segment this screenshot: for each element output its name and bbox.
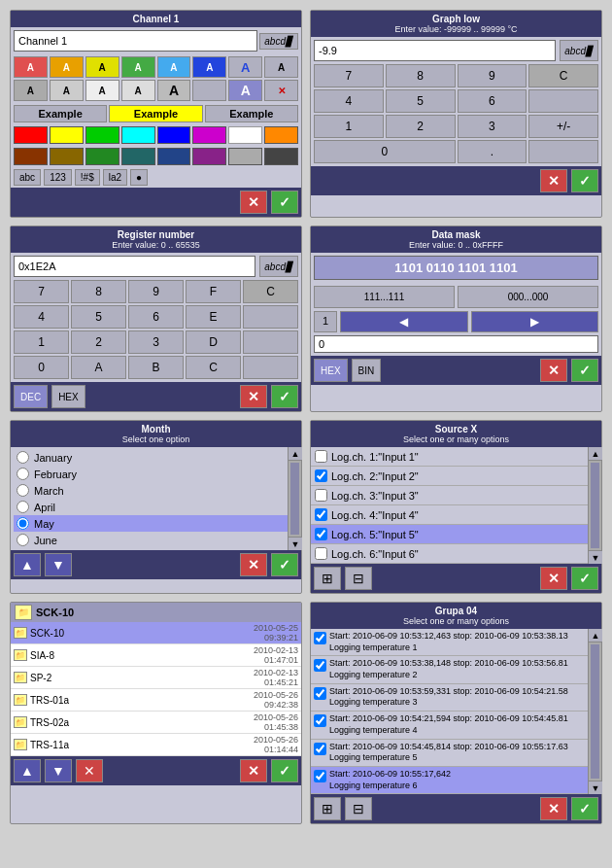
type-dot[interactable]: ● [130, 169, 148, 186]
month-item-january[interactable]: January [14, 449, 298, 466]
graph-low-value-input[interactable] [314, 40, 556, 61]
source-copy-all-btn[interactable]: ⊞ [314, 567, 341, 590]
grupa04-item-1[interactable]: Start: 2010-06-09 10:53:12,463 stop: 201… [311, 629, 588, 656]
color-darkgray[interactable] [264, 148, 298, 165]
grupa04-item-3[interactable]: Start: 2010-06-09 10:53:59,331 stop: 201… [311, 684, 588, 712]
color-cyan[interactable] [121, 126, 155, 144]
reg-8[interactable]: 8 [71, 280, 126, 303]
font-btn-A12[interactable]: A [121, 80, 155, 101]
grupa04-item-5[interactable]: Start: 2010-06-09 10:54:45,814 stop: 201… [311, 740, 588, 767]
reg-C2[interactable]: C [186, 356, 241, 379]
register-value-input[interactable] [14, 256, 255, 277]
reg-A[interactable]: A [71, 356, 126, 379]
font-btn-A5[interactable]: A [157, 56, 191, 78]
file-row-trs02a[interactable]: 📁 TRS-02a 2010-05-2601:45:38 [11, 712, 301, 734]
num-2[interactable]: 2 [386, 115, 456, 138]
file-row-sck10[interactable]: 📁 SCK-10 2010-05-2509:39:21 [11, 622, 301, 644]
register-cancel-btn[interactable]: ✕ [240, 385, 267, 408]
graph-low-cancel-btn[interactable]: ✕ [540, 169, 567, 192]
num-plusminus[interactable]: +/- [528, 115, 598, 138]
grupa04-item-4[interactable]: Start: 2010-06-09 10:54:21,594 stop: 201… [311, 712, 588, 739]
mask-bottom-val[interactable] [314, 335, 598, 353]
reg-E[interactable]: E [186, 305, 241, 329]
source-item-5[interactable]: Log.ch. 5:"Input 5" [311, 525, 588, 544]
color-white[interactable] [228, 126, 262, 144]
source-ok-btn[interactable]: ✓ [571, 567, 598, 590]
source-cancel-btn[interactable]: ✕ [540, 567, 567, 590]
num-3[interactable]: 3 [458, 115, 527, 138]
toggle-bin[interactable]: BIN [352, 359, 382, 382]
font-btn-A4[interactable]: A [121, 56, 155, 78]
color-magenta[interactable] [192, 126, 226, 144]
grupa04-copy-all-btn[interactable]: ⊞ [314, 797, 341, 820]
color-blue[interactable] [157, 126, 191, 144]
file-row-trs01a[interactable]: 📁 TRS-01a 2010-05-2609:42:38 [11, 689, 301, 712]
color-dkgreen[interactable] [85, 148, 119, 165]
reg-F[interactable]: F [186, 280, 241, 303]
grupa04-item-2[interactable]: Start: 2010-06-09 10:53:38,148 stop: 201… [311, 656, 588, 683]
mask-arrow-left[interactable]: ◀ [340, 311, 467, 332]
num-8[interactable]: 8 [386, 64, 456, 87]
num-C[interactable]: C [528, 64, 598, 87]
num-7[interactable]: 7 [314, 64, 384, 87]
num-1[interactable]: 1 [314, 115, 384, 138]
font-btn-A10[interactable]: A [50, 80, 84, 101]
source-scroll-up[interactable]: ▲ [589, 447, 602, 461]
source-item-1[interactable]: Log.ch. 1:"Input 1" [311, 447, 588, 467]
month-item-march[interactable]: March [14, 482, 298, 499]
reg-7[interactable]: 7 [14, 280, 69, 303]
reg-9[interactable]: 9 [128, 280, 184, 303]
font-btn-cross[interactable]: ✕ [264, 80, 298, 101]
color-olive[interactable] [50, 148, 84, 165]
color-teal[interactable] [121, 148, 155, 165]
month-item-june[interactable]: June [14, 532, 298, 548]
mask-arrow-right[interactable]: ▶ [471, 311, 598, 332]
num-6[interactable]: 6 [458, 89, 527, 113]
channel-abcd-btn[interactable]: abcd▊ [259, 33, 298, 50]
register-abcd-btn[interactable]: abcd▊ [259, 256, 298, 277]
color-gray[interactable] [228, 148, 262, 165]
source-item-6[interactable]: Log.ch. 6:"Input 6" [311, 544, 588, 564]
channel-cancel-btn[interactable]: ✕ [240, 191, 267, 214]
mask-small-val[interactable]: 1 [314, 311, 337, 332]
month-scroll-down[interactable]: ▼ [289, 537, 302, 550]
file-row-sia8[interactable]: 📁 SIA-8 2010-02-1301:47:01 [11, 644, 301, 667]
font-btn-A1[interactable]: A [14, 56, 48, 78]
month-item-may[interactable]: May [14, 515, 298, 532]
source-scroll-down[interactable]: ▼ [589, 550, 602, 564]
graph-low-ok-btn[interactable]: ✓ [571, 169, 598, 192]
reg-6[interactable]: 6 [128, 305, 184, 329]
channel-text-input[interactable] [14, 30, 257, 52]
month-up-btn[interactable]: ▲ [14, 553, 41, 576]
color-navy[interactable] [157, 148, 191, 165]
month-cancel-btn[interactable]: ✕ [240, 553, 267, 576]
font-btn-A9[interactable]: A [14, 80, 48, 101]
font-btn-A2[interactable]: A [50, 56, 84, 78]
toggle-dec[interactable]: DEC [14, 385, 48, 408]
file-del-btn[interactable]: ✕ [76, 759, 103, 782]
font-btn-A13[interactable]: A [157, 80, 191, 101]
grupa04-copy-none-btn[interactable]: ⊟ [345, 797, 372, 820]
num-dot[interactable]: . [458, 140, 527, 163]
reg-1[interactable]: 1 [14, 330, 69, 354]
source-copy-none-btn[interactable]: ⊟ [345, 567, 372, 590]
font-btn-A14[interactable]: A [228, 80, 262, 101]
datamask-ok-btn[interactable]: ✓ [571, 359, 598, 382]
month-scroll-up[interactable]: ▲ [289, 447, 302, 461]
month-item-april[interactable]: April [14, 499, 298, 515]
reg-4[interactable]: 4 [14, 305, 69, 329]
type-special[interactable]: !#$ [75, 169, 100, 186]
reg-3[interactable]: 3 [128, 330, 184, 354]
color-yellow[interactable] [50, 126, 84, 144]
file-down-btn[interactable]: ▼ [45, 759, 72, 782]
color-orange[interactable] [264, 126, 298, 144]
mask-btn-111[interactable]: 111...111 [314, 286, 455, 308]
grupa04-cancel-btn[interactable]: ✕ [540, 797, 567, 820]
reg-0[interactable]: 0 [14, 356, 69, 379]
mask-btn-000[interactable]: 000...000 [458, 286, 598, 308]
num-5[interactable]: 5 [386, 89, 456, 113]
month-down-btn[interactable]: ▼ [45, 553, 72, 576]
toggle-hex2[interactable]: HEX [314, 359, 348, 382]
font-btn-A3[interactable]: A [85, 56, 119, 78]
source-item-4[interactable]: Log.ch. 4:"Input 4" [311, 505, 588, 525]
